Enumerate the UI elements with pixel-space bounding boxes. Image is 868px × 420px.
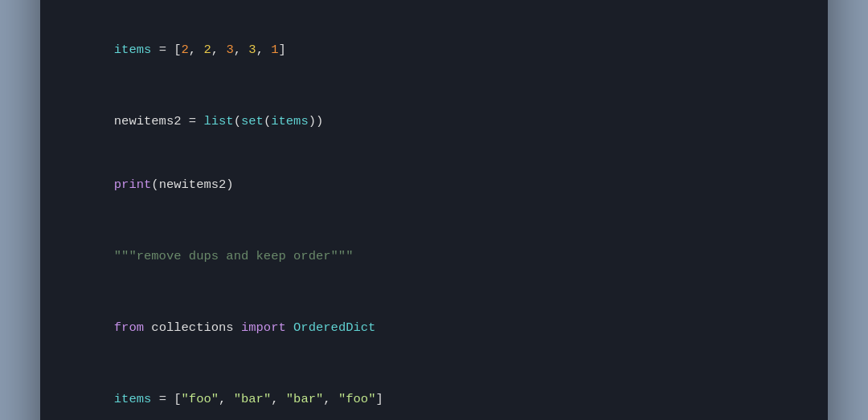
comma-4: , bbox=[256, 43, 272, 57]
comma-5: , bbox=[219, 392, 234, 406]
code-line-2: items = [2, 2, 3, 3, 1] bbox=[69, 18, 799, 82]
blank-3 bbox=[69, 217, 799, 225]
func-set: set bbox=[241, 114, 264, 128]
collections-text: collections bbox=[144, 320, 241, 335]
var-items-3: items bbox=[114, 392, 152, 406]
blank-1 bbox=[69, 10, 799, 18]
paren-r1: )) bbox=[309, 114, 324, 128]
num-1: 2 bbox=[182, 43, 189, 57]
code-editor: """remove duplicate items from list. not… bbox=[40, 0, 828, 420]
func-print-1: print bbox=[114, 177, 152, 192]
var-items-2: items bbox=[271, 114, 309, 128]
str-bar-1: "bar" bbox=[234, 392, 272, 406]
comma-3: , bbox=[234, 43, 249, 57]
num-4: 3 bbox=[248, 43, 256, 57]
blank-4 bbox=[69, 288, 799, 296]
kw-from: from bbox=[114, 320, 144, 335]
code-line-5: """remove dups and keep order""" bbox=[69, 225, 799, 288]
str-bar-2: "bar" bbox=[286, 392, 324, 406]
paren-l1: ( bbox=[234, 114, 241, 128]
newitems2-assign: newitems2 = bbox=[114, 114, 204, 128]
var-items-1: items bbox=[114, 43, 152, 57]
class-ordered-dict: OrderedDict bbox=[286, 320, 376, 335]
code-line-7: items = ["foo", "bar", "bar", "foo"] bbox=[69, 368, 799, 420]
bracket-close-2: ] bbox=[375, 392, 383, 406]
code-line-1: """remove duplicate items from list. not… bbox=[69, 0, 799, 10]
str-foo-2: "foo" bbox=[338, 392, 376, 406]
comma-1: , bbox=[189, 43, 204, 57]
comma-6: , bbox=[271, 392, 286, 406]
bracket-close-1: ] bbox=[279, 43, 286, 57]
code-line-6: from collections import OrderedDict bbox=[69, 296, 799, 360]
num-3: 3 bbox=[226, 43, 233, 57]
kw-import: import bbox=[241, 320, 286, 335]
code-line-4: print(newitems2) bbox=[69, 153, 799, 217]
terminal-window: """remove duplicate items from list. not… bbox=[40, 0, 828, 420]
func-list: list bbox=[203, 114, 233, 128]
code-line-3: newitems2 = list(set(items)) bbox=[69, 90, 799, 153]
eq-bracket-1: = [ bbox=[151, 43, 181, 57]
blank-2 bbox=[69, 82, 799, 90]
num-5: 1 bbox=[271, 43, 278, 57]
comment-text-2: """remove dups and keep order""" bbox=[114, 249, 354, 263]
comma-2: , bbox=[211, 43, 227, 57]
str-foo-1: "foo" bbox=[182, 392, 219, 406]
blank-5 bbox=[69, 360, 799, 368]
print-paren-1: (newitems2) bbox=[151, 177, 233, 192]
comma-7: , bbox=[323, 392, 338, 406]
eq-bracket-2: = [ bbox=[151, 392, 181, 406]
num-2: 2 bbox=[203, 43, 211, 57]
paren-items: ( bbox=[264, 114, 271, 128]
